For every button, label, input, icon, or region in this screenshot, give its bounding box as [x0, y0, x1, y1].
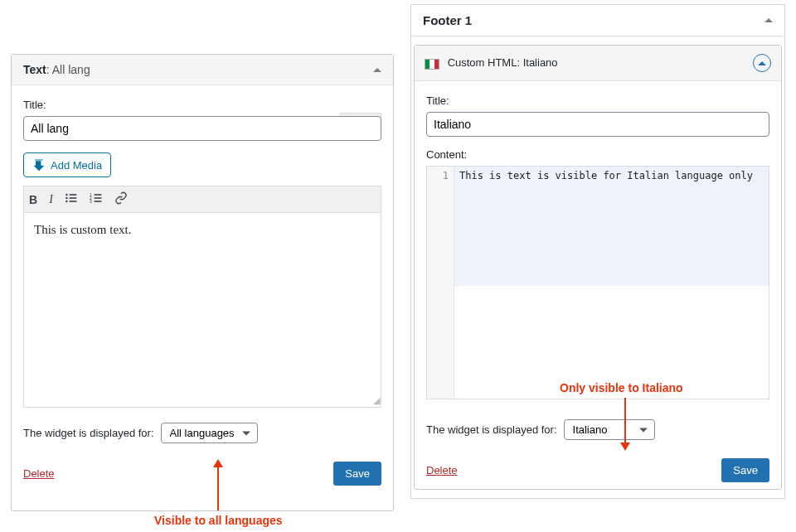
svg-rect-11	[94, 201, 101, 202]
title-input[interactable]	[426, 112, 769, 137]
link-icon[interactable]	[114, 191, 128, 207]
code-content: This is text is visible for Italian lang…	[454, 167, 769, 286]
svg-rect-5	[69, 201, 76, 202]
flag-italy-icon	[425, 59, 439, 70]
editor-content: This is custom text.	[34, 223, 132, 236]
add-media-button[interactable]: Add Media	[23, 152, 111, 177]
svg-point-0	[66, 194, 67, 196]
language-select[interactable]: Italiano	[564, 419, 655, 440]
widget-title-echo: Italiano	[523, 56, 558, 69]
collapse-icon[interactable]	[373, 68, 381, 72]
save-button[interactable]: Save	[333, 462, 381, 486]
italic-icon[interactable]: I	[49, 193, 53, 206]
widget-type-label: Custom HTML	[448, 56, 517, 69]
display-for-label: The widget is displayed for:	[23, 427, 154, 439]
media-icon	[32, 158, 46, 172]
numbered-list-icon[interactable]: 123	[90, 191, 103, 207]
content-label: Content:	[426, 148, 769, 161]
svg-rect-3	[69, 197, 76, 199]
language-select[interactable]: All languages	[161, 423, 258, 443]
code-editor[interactable]: 1 This is text is visible for Italian la…	[426, 166, 769, 399]
add-media-label: Add Media	[51, 159, 102, 172]
editor-textarea[interactable]: This is custom text. ◢	[23, 212, 381, 408]
widget-html-panel: Custom HTML: Italiano Title: Content: 1 …	[414, 45, 782, 490]
title-label: Title:	[23, 99, 381, 111]
delete-link[interactable]: Delete	[23, 467, 55, 480]
display-for-label: The widget is displayed for:	[426, 423, 557, 436]
annotation-left: Visible to all languages	[154, 514, 283, 527]
title-label: Title:	[426, 94, 769, 107]
bullet-list-icon[interactable]	[65, 191, 78, 207]
svg-point-4	[66, 201, 67, 202]
footer-area-panel: Footer 1 Custom HTML: Italiano Title: Co…	[410, 4, 785, 499]
code-gutter: 1	[427, 167, 454, 399]
svg-text:3: 3	[90, 200, 92, 204]
widget-html-header[interactable]: Custom HTML: Italiano	[415, 46, 781, 81]
delete-link[interactable]: Delete	[426, 464, 458, 476]
editor-toolbar: B I 123	[23, 186, 381, 212]
widget-title-echo: All lang	[52, 63, 90, 76]
svg-rect-1	[69, 194, 76, 196]
footer-area-title: Footer 1	[423, 13, 472, 27]
widget-type-label: Text	[23, 63, 46, 76]
svg-rect-7	[94, 194, 101, 196]
collapse-circle-icon[interactable]	[753, 54, 771, 72]
svg-point-2	[66, 197, 67, 199]
widget-text-panel: Text: All lang Title: Add Media Visual T…	[11, 54, 394, 511]
resize-handle-icon[interactable]: ◢	[373, 395, 380, 406]
save-button[interactable]: Save	[721, 458, 769, 482]
title-input[interactable]	[23, 116, 381, 141]
bold-icon[interactable]: B	[29, 193, 37, 206]
footer-area-header[interactable]: Footer 1	[411, 5, 784, 36]
svg-rect-9	[94, 197, 101, 199]
collapse-icon[interactable]	[764, 18, 773, 22]
widget-text-header[interactable]: Text: All lang	[12, 55, 393, 85]
